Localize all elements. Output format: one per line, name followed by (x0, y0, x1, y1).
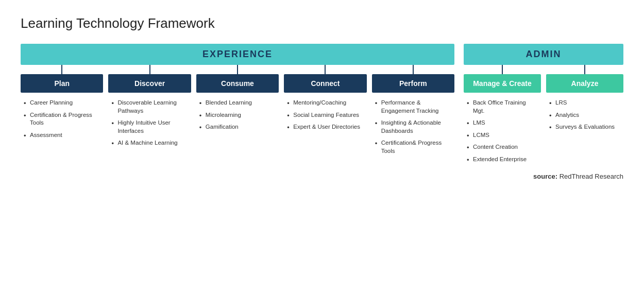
col-items-discover: Discoverable Learning PathwaysHighly Int… (108, 99, 191, 151)
connector-discover (149, 65, 150, 74)
experience-column-discover: DiscoverDiscoverable Learning PathwaysHi… (108, 65, 191, 159)
col-items-consume: Blended LearningMicrolearningGamificatio… (196, 99, 279, 135)
source-text: RedThread Research (560, 173, 623, 180)
col-header-consume: Consume (196, 74, 279, 93)
list-item: Content Creation (466, 143, 539, 151)
admin-connector-manage-create (502, 65, 503, 74)
source-label: source: (533, 173, 557, 180)
list-item: Analytics (548, 111, 621, 119)
admin-col-header-analyze: Analyze (546, 74, 623, 93)
list-item: Extended Enterprise (466, 156, 539, 164)
experience-block: EXPERIENCE PlanCareer PlanningCertificat… (21, 44, 454, 159)
col-items-plan: Career PlanningCertification & Progress … (21, 99, 103, 143)
col-header-perform: Perform (372, 74, 454, 93)
list-item: Social Learning Features (286, 111, 364, 119)
connector-plan (61, 65, 62, 74)
col-items-perform: Performance & Engagement TrackingInsight… (372, 99, 454, 159)
page-title: Learning Technology Framework (21, 15, 623, 31)
experience-header: EXPERIENCE (21, 44, 454, 65)
admin-col-items-manage-create: Back Office Training Mgt.LMSLCMSContent … (464, 99, 541, 167)
list-item: LCMS (466, 131, 539, 140)
list-item: Mentoring/Coaching (286, 99, 364, 107)
col-header-plan: Plan (21, 74, 103, 93)
col-header-connect: Connect (284, 74, 366, 93)
list-item: LRS (548, 99, 621, 107)
admin-block: ADMIN Manage & CreateBack Office Trainin… (464, 44, 623, 180)
experience-column-plan: PlanCareer PlanningCertification & Progr… (21, 65, 103, 159)
admin-connector-analyze (584, 65, 585, 74)
experience-columns: PlanCareer PlanningCertification & Progr… (21, 65, 454, 159)
list-item: Assessment (23, 131, 101, 140)
list-item: Highly Intuitive User Interfaces (110, 119, 189, 135)
list-item: Expert & User Directories (286, 123, 364, 131)
admin-column-analyze: AnalyzeLRSAnalyticsSurveys & Evaluations (546, 65, 623, 167)
col-header-discover: Discover (108, 74, 191, 93)
col-items-connect: Mentoring/CoachingSocial Learning Featur… (284, 99, 366, 135)
connector-consume (237, 65, 238, 74)
admin-col-header-manage-create: Manage & Create (464, 74, 541, 93)
experience-column-connect: ConnectMentoring/CoachingSocial Learning… (284, 65, 366, 159)
admin-header: ADMIN (464, 44, 623, 65)
list-item: Back Office Training Mgt. (466, 99, 539, 115)
framework-container: EXPERIENCE PlanCareer PlanningCertificat… (21, 44, 623, 180)
list-item: Microlearning (198, 111, 277, 119)
list-item: Blended Learning (198, 99, 277, 107)
list-item: Gamification (198, 123, 277, 131)
admin-columns: Manage & CreateBack Office Training Mgt.… (464, 65, 623, 167)
list-item: Surveys & Evaluations (548, 123, 621, 131)
list-item: LMS (466, 119, 539, 127)
experience-column-perform: PerformPerformance & Engagement Tracking… (372, 65, 454, 159)
list-item: AI & Machine Learning (110, 139, 189, 147)
source-attribution: source: RedThread Research (464, 173, 623, 180)
experience-column-consume: ConsumeBlended LearningMicrolearningGami… (196, 65, 279, 159)
list-item: Certification & Progress Tools (23, 111, 101, 127)
list-item: Career Planning (23, 99, 101, 107)
connector-perform (413, 65, 414, 74)
list-item: Discoverable Learning Pathways (110, 99, 189, 115)
admin-col-items-analyze: LRSAnalyticsSurveys & Evaluations (546, 99, 623, 135)
list-item: Certification& Progress Tools (374, 139, 452, 155)
admin-column-manage-create: Manage & CreateBack Office Training Mgt.… (464, 65, 541, 167)
list-item: Performance & Engagement Tracking (374, 99, 452, 115)
connector-connect (325, 65, 326, 74)
list-item: Insighting & Actionable Dashboards (374, 119, 452, 135)
